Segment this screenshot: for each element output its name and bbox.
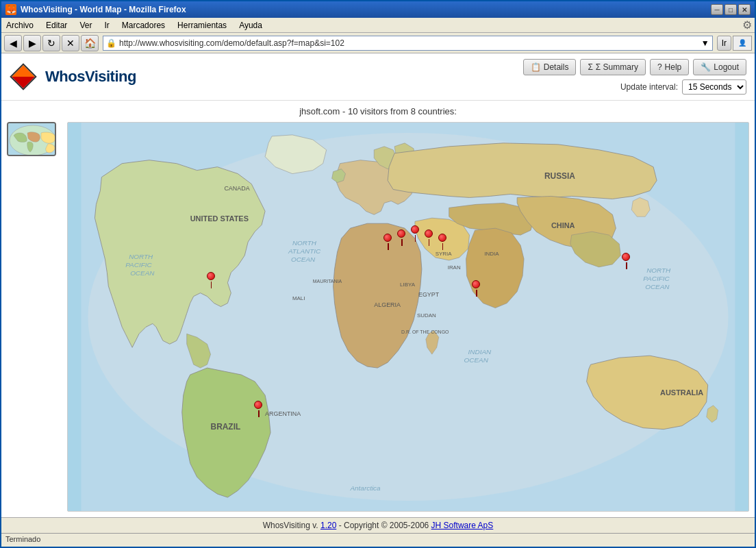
home-button[interactable]: 🏠 [81, 35, 99, 51]
svg-text:OCEAN: OCEAN [645, 283, 670, 290]
app-header: WhosVisiting 📋 Details Σ Σ Summary ? Hel… [1, 53, 755, 101]
address-bar[interactable]: 🔒 http://www.whosvisiting.com/demo/defau… [103, 36, 713, 51]
svg-text:OCEAN: OCEAN [130, 269, 155, 277]
minimize-button[interactable]: ─ [711, 4, 723, 15]
menu-bar: Archivo Editar Ver Ir Marcadores Herrami… [1, 18, 755, 33]
svg-text:PACIFIC: PACIFIC [643, 275, 670, 282]
map-thumbnail[interactable] [7, 122, 56, 156]
update-row: Update interval: 5 Seconds 10 Seconds 15… [620, 79, 746, 95]
app-content: WhosVisiting 📋 Details Σ Σ Summary ? Hel… [1, 53, 755, 533]
header-btns-row: 📋 Details Σ Σ Summary ? Help 🔧 Logout [523, 59, 746, 75]
menu-ayuda[interactable]: Ayuda [237, 20, 264, 31]
status-bar: Terminado [1, 533, 755, 547]
menu-ir[interactable]: Ir [102, 20, 111, 31]
menu-archivo[interactable]: Archivo [4, 20, 36, 31]
menu-editar[interactable]: Editar [44, 20, 69, 31]
back-button[interactable]: ◀ [4, 35, 22, 51]
svg-text:UNITED STATES: UNITED STATES [190, 214, 249, 223]
gear-area: ⚙ [742, 18, 752, 32]
reload-button[interactable]: ↻ [42, 35, 60, 51]
menu-ver[interactable]: Ver [77, 20, 94, 31]
footer-company-link[interactable]: JH Software ApS [431, 521, 494, 530]
footer-version-link[interactable]: 1.20 [320, 521, 336, 530]
details-label: Details [544, 62, 569, 72]
title-bar: 🦊 WhosVisiting - World Map - Mozilla Fir… [1, 1, 755, 18]
svg-text:MALI: MALI [292, 295, 305, 301]
toolbar: ◀ ▶ ↻ ✕ 🏠 🔒 http://www.whosvisiting.com/… [1, 33, 755, 53]
footer: WhosVisiting v. 1.20 - Copyright © 2005-… [1, 517, 755, 533]
sigma-icon: Σ [588, 62, 592, 72]
address-text: http://www.whosvisiting.com/demo/default… [119, 38, 344, 48]
maximize-button[interactable]: □ [724, 4, 737, 15]
help-button[interactable]: ? Help [650, 59, 689, 75]
pin-argentina[interactable] [253, 401, 263, 410]
stop-button[interactable]: ✕ [62, 35, 79, 51]
window-title: WhosVisiting - World Map - Mozilla Firef… [21, 5, 186, 14]
svg-text:BRAZIL: BRAZIL [211, 422, 241, 432]
forward-button[interactable]: ▶ [23, 35, 41, 51]
pin-europe-3[interactable] [410, 225, 420, 235]
update-interval-select[interactable]: 5 Seconds 10 Seconds 15 Seconds 30 Secon… [682, 79, 746, 95]
svg-text:CHINA: CHINA [551, 221, 575, 229]
logo-area: WhosVisiting [10, 63, 523, 90]
address-bar-wrap: 🔒 http://www.whosvisiting.com/demo/defau… [103, 36, 713, 51]
details-button[interactable]: 📋 Details [523, 59, 577, 75]
svg-text:CANADA: CANADA [224, 185, 249, 192]
visitors-label: jhsoft.com - 10 visitors from 8 countrie… [299, 106, 457, 116]
address-dropdown-icon[interactable]: ▼ [701, 38, 709, 48]
svg-text:OCEAN: OCEAN [291, 256, 316, 263]
pin-europe-1[interactable] [383, 234, 392, 243]
pin-middleeast[interactable] [471, 280, 481, 290]
browser-window: 🦊 WhosVisiting - World Map - Mozilla Fir… [0, 0, 756, 548]
map-sidebar [7, 122, 62, 512]
svg-text:ATLANTIC: ATLANTIC [288, 247, 321, 255]
logout-button[interactable]: 🔧 Logout [693, 59, 746, 75]
help-label: Help [665, 62, 682, 72]
footer-text-middle: - Copyright © 2005-2006 [336, 521, 431, 530]
svg-text:INDIA: INDIA [484, 251, 499, 257]
logout-label: Logout [714, 62, 739, 72]
svg-text:D.R. OF THE CONGO: D.R. OF THE CONGO [401, 329, 449, 334]
gear-icon: ⚙ [742, 19, 752, 31]
svg-text:EGYPT: EGYPT [418, 291, 440, 298]
svg-text:RUSSIA: RUSSIA [544, 171, 575, 181]
logo-text: WhosVisiting [45, 68, 136, 86]
world-map-svg: NORTH PACIFIC OCEAN NORTH ATLANTIC OCEAN… [68, 123, 748, 511]
pin-europe-4[interactable] [424, 229, 433, 239]
footer-text-prefix: WhosVisiting v. [263, 521, 320, 530]
summary-button[interactable]: Σ Σ Summary [580, 59, 646, 75]
pin-europe-5[interactable] [438, 234, 447, 243]
svg-text:LIBYA: LIBYA [400, 282, 416, 288]
status-text: Terminado [5, 535, 40, 543]
menu-herramientas[interactable]: Herramientas [175, 20, 229, 31]
profile-icon[interactable]: 👤 [733, 36, 752, 51]
logout-icon: 🔧 [701, 62, 711, 72]
menu-marcadores[interactable]: Marcadores [120, 20, 167, 31]
details-icon: 📋 [531, 62, 541, 72]
svg-text:NORTH: NORTH [129, 253, 153, 260]
pin-usa[interactable] [206, 272, 216, 282]
svg-text:IRAN: IRAN [448, 264, 461, 271]
summary-label: Σ Summary [596, 62, 638, 72]
svg-text:INDIAN: INDIAN [468, 348, 492, 356]
svg-text:SUDAN: SUDAN [417, 312, 436, 319]
go-button[interactable]: Ir [717, 36, 731, 51]
svg-text:NORTH: NORTH [292, 239, 317, 247]
svg-text:Antarctica: Antarctica [349, 484, 381, 492]
svg-text:SYRIA: SYRIA [436, 251, 453, 257]
logo-diamond [10, 63, 37, 90]
svg-text:ALGERIA: ALGERIA [374, 301, 401, 308]
svg-text:NORTH: NORTH [646, 266, 671, 274]
secure-icon: 🔒 [106, 38, 116, 48]
svg-text:MAURITANIA: MAURITANIA [313, 279, 342, 284]
help-icon: ? [657, 62, 662, 72]
pin-europe-2[interactable] [396, 229, 406, 239]
world-map-container[interactable]: NORTH PACIFIC OCEAN NORTH ATLANTIC OCEAN… [67, 122, 749, 512]
window-controls[interactable]: ─ □ ✕ [711, 4, 751, 15]
svg-text:ARGENTINA: ARGENTINA [265, 410, 301, 417]
visitors-info: jhsoft.com - 10 visitors from 8 countrie… [1, 101, 755, 119]
browser-icon: 🦊 [5, 4, 16, 15]
pin-russia-china[interactable] [621, 253, 631, 262]
svg-text:AUSTRALIA: AUSTRALIA [660, 388, 703, 397]
close-button[interactable]: ✕ [738, 4, 751, 15]
